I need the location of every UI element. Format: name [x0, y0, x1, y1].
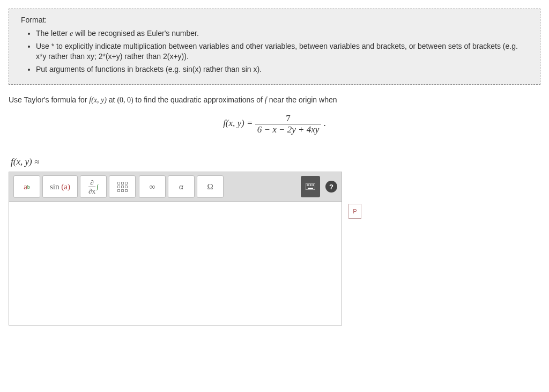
- format-item: Use * to explicitly indicate multiplicat…: [36, 41, 528, 62]
- svg-rect-6: [308, 188, 313, 189]
- format-list: The letter e will be recognised as Euler…: [21, 28, 528, 75]
- answer-label: f(x, y) ≈: [11, 157, 540, 167]
- partial-button[interactable]: ∂ ∂x ∫: [80, 175, 107, 198]
- sin-label: sin: [50, 182, 60, 191]
- problem-at: at: [109, 95, 117, 104]
- equation-lhs: f(x, y) =: [223, 119, 255, 129]
- equation-fraction: 7 6 − x − 2y + 4xy: [255, 113, 322, 135]
- math-editor: ab sin (a) ∂ ∂x ∫: [9, 172, 342, 326]
- sin-button[interactable]: sin (a): [42, 175, 78, 198]
- preview-button[interactable]: P: [348, 204, 361, 219]
- svg-rect-0: [306, 183, 315, 190]
- svg-rect-1: [307, 184, 308, 186]
- format-title: Format:: [21, 16, 528, 24]
- editor-input-area[interactable]: [9, 202, 342, 325]
- equation-period: .: [324, 119, 326, 129]
- power-base: a: [24, 182, 27, 191]
- omega-button[interactable]: Ω: [197, 175, 224, 198]
- problem-point: (0, 0): [117, 96, 133, 104]
- power-exponent: b: [27, 184, 30, 190]
- equation-denominator: 6 − x − 2y + 4xy: [257, 124, 320, 135]
- svg-rect-5: [313, 184, 314, 186]
- keyboard-button[interactable]: [301, 176, 320, 197]
- matrix-icon: [117, 182, 127, 191]
- keyboard-icon: [306, 183, 315, 190]
- equation-numerator: 7: [255, 113, 322, 124]
- editor-toolbar: ab sin (a) ∂ ∂x ∫: [9, 172, 342, 202]
- help-button[interactable]: ?: [325, 181, 337, 193]
- sin-arg: (a): [61, 182, 70, 191]
- partial-top: ∂: [90, 179, 93, 187]
- problem-prefix: Use Taylor's formula for: [9, 95, 89, 104]
- problem-fxy: f(x, y): [89, 96, 107, 104]
- equation: f(x, y) = 7 6 − x − 2y + 4xy .: [9, 113, 540, 135]
- power-button[interactable]: ab: [13, 175, 40, 198]
- format-item: Put arguments of functions in brackets (…: [36, 64, 528, 75]
- integral-icon: ∫: [97, 183, 98, 190]
- svg-rect-4: [311, 184, 313, 186]
- svg-rect-3: [310, 184, 311, 186]
- problem-suffix: near the origin when: [269, 95, 337, 104]
- matrix-button[interactable]: [109, 175, 136, 198]
- infinity-button[interactable]: ∞: [139, 175, 166, 198]
- partial-bot: ∂x: [88, 187, 95, 195]
- problem-f: f: [265, 96, 267, 104]
- format-box: Format: The letter e will be recognised …: [9, 9, 540, 85]
- format-item: The letter e will be recognised as Euler…: [36, 28, 528, 39]
- alpha-button[interactable]: α: [168, 175, 195, 198]
- problem-statement: Use Taylor's formula for f(x, y) at (0, …: [9, 94, 540, 106]
- problem-mid: to find the quadratic approximations of: [136, 95, 265, 104]
- svg-rect-2: [308, 184, 309, 186]
